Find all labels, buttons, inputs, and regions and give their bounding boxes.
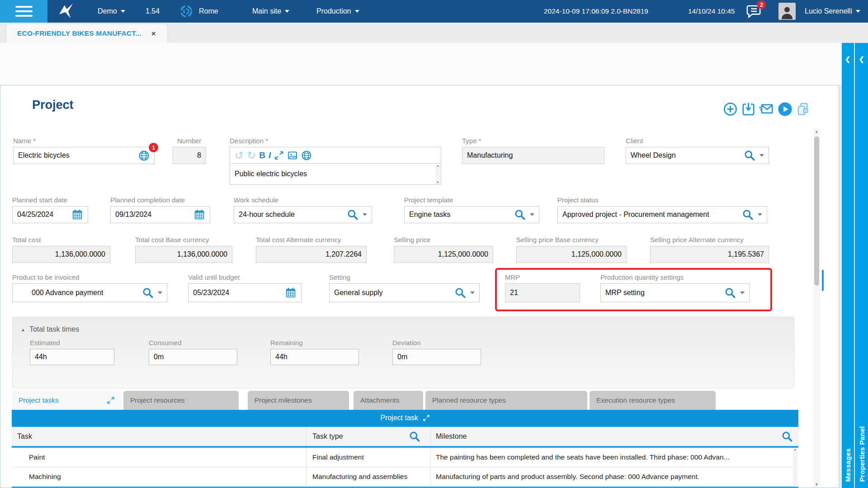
translations-globe-icon[interactable]	[138, 150, 150, 161]
chevron-down-icon[interactable]	[470, 291, 475, 294]
search-icon[interactable]	[781, 431, 793, 442]
editor-expand-icon[interactable]	[274, 150, 284, 160]
project-template-input[interactable]: Engine tasks	[404, 206, 539, 223]
properties-panel-tab[interactable]: ❮ Properties Panel	[855, 43, 868, 488]
total-task-times-toggle[interactable]: ▲ Total task times	[21, 325, 79, 333]
search-icon[interactable]	[742, 209, 754, 221]
tab-project-milestones[interactable]: Project milestones	[248, 391, 349, 410]
tab-planned-resource-types[interactable]: Planned resource types	[425, 391, 587, 410]
tab-project-tasks[interactable]: Project tasks	[12, 391, 122, 410]
document-tab[interactable]: ECO-FRIENDLY BIKES MANUFACT... ×	[6, 24, 167, 43]
italic-button[interactable]: I	[269, 150, 271, 160]
table-row[interactable]: Paint Final adjustment The painting has …	[12, 448, 798, 467]
app-logo-icon[interactable]	[57, 0, 75, 23]
column-header-task-type[interactable]: Task type	[306, 431, 430, 442]
chevron-down-icon[interactable]	[158, 291, 162, 294]
client-field: Client Wheel Design	[626, 137, 769, 164]
work-schedule-input[interactable]: 24-hour schedule	[234, 206, 372, 223]
search-icon[interactable]	[142, 287, 154, 299]
copy-button[interactable]	[796, 102, 811, 117]
planned-start-date-field: Planned start date 04/25/2024	[12, 196, 88, 223]
expand-icon[interactable]	[107, 396, 115, 404]
panel-resize-grip[interactable]	[822, 270, 824, 291]
chevron-down-icon[interactable]	[363, 213, 367, 216]
calendar-icon[interactable]	[285, 287, 297, 299]
translation-count-badge: 1	[149, 143, 158, 152]
chevron-down-icon[interactable]	[760, 154, 764, 157]
setting-label: Setting	[329, 273, 480, 282]
table-scrollbar[interactable]: ▲	[793, 448, 797, 488]
chevron-down-icon	[285, 10, 289, 13]
search-icon[interactable]	[724, 287, 736, 299]
add-record-button[interactable]	[723, 102, 738, 117]
project-status-input[interactable]: Approved project - Procurement managemen…	[557, 206, 767, 223]
project-template-field: Project template Engine tasks	[404, 196, 539, 223]
user-menu[interactable]: Lucio Serenelli	[805, 0, 860, 23]
calendar-icon[interactable]	[71, 209, 83, 221]
chevron-down-icon[interactable]	[740, 291, 745, 294]
search-icon[interactable]	[409, 431, 420, 442]
department-dropdown[interactable]: Production	[316, 0, 359, 23]
hamburger-menu-button[interactable]	[0, 0, 47, 23]
column-header-task[interactable]: Task	[12, 432, 306, 441]
tab-project-resources[interactable]: Project resources	[123, 391, 239, 410]
bold-button[interactable]: B	[259, 150, 265, 160]
estimated-input: 44h	[30, 349, 114, 365]
project-status-field: Project status Approved project - Procur…	[557, 196, 767, 223]
total-cost-alt-field: Total cost Alternate currency 1,207.2264	[256, 236, 367, 263]
selling-price-input: 1,125,000.0000	[394, 246, 493, 263]
messages-panel-tab[interactable]: ❮ Messages	[842, 43, 854, 488]
name-input[interactable]: Electric bicycles 1	[13, 147, 155, 164]
milestone-cell: The painting has been completed and the …	[430, 453, 798, 461]
setting-input[interactable]: General supply	[329, 283, 480, 302]
close-icon[interactable]: ×	[151, 30, 156, 38]
send-email-button[interactable]	[758, 102, 774, 117]
description-input[interactable]: Public electric bicycles ▲▼	[230, 163, 441, 185]
insert-image-icon[interactable]	[287, 150, 298, 161]
environment-dropdown[interactable]: Demo	[98, 0, 125, 23]
user-avatar[interactable]	[778, 0, 796, 23]
scroll-down-arrow[interactable]: ▼	[813, 482, 820, 487]
editor-globe-icon[interactable]	[301, 150, 312, 161]
column-header-milestone[interactable]: Milestone	[430, 431, 798, 442]
site-target-icon	[179, 0, 193, 23]
task-type-cell: Final adjustment	[306, 453, 430, 461]
editor-scrollbar[interactable]: ▲▼	[435, 164, 440, 184]
total-cost-input: 1,136,000.0000	[12, 246, 110, 263]
run-button[interactable]	[778, 102, 793, 117]
total-cost-base-field: Total cost Base currency 1,136,000.0000	[135, 236, 232, 263]
product-to-be-invoiced-input[interactable]: 000 Advance payment	[12, 283, 167, 302]
chevron-down-icon[interactable]	[758, 213, 762, 216]
planned-start-date-input[interactable]: 04/25/2024	[12, 206, 88, 223]
expand-icon[interactable]	[423, 414, 430, 422]
main-site-dropdown[interactable]: Main site	[252, 0, 289, 23]
scroll-up-arrow[interactable]: ▲	[813, 129, 820, 134]
tab-execution-resource-types[interactable]: Execution resource types	[590, 391, 716, 410]
table-row[interactable]: Machining Manufacturing and assemblies M…	[12, 467, 798, 487]
chevron-down-icon[interactable]	[530, 213, 534, 216]
editor-undo-button[interactable]: ↺	[235, 147, 244, 164]
planned-completion-date-input[interactable]: 09/13/2024	[110, 206, 210, 223]
tab-attachments[interactable]: Attachments	[354, 391, 423, 410]
calendar-icon[interactable]	[193, 209, 205, 221]
project-task-subpanel-header[interactable]: Project task	[12, 410, 798, 426]
search-icon[interactable]	[514, 209, 526, 221]
vertical-scrollbar[interactable]: ▲ ▼	[813, 128, 820, 488]
valid-until-budget-field: Valid until budget 05/23/2024	[188, 273, 302, 302]
messages-button[interactable]: 2	[746, 0, 761, 23]
search-icon[interactable]	[347, 209, 359, 221]
search-icon[interactable]	[454, 287, 466, 299]
total-cost-base-input: 1,136,000.0000	[135, 246, 232, 263]
total-cost-alt-input: 1,207.2264	[256, 246, 367, 263]
divider	[430, 448, 431, 467]
search-icon[interactable]	[744, 150, 755, 161]
client-input[interactable]: Wheel Design	[626, 147, 769, 164]
production-quantity-settings-input[interactable]: MRP setting	[600, 283, 750, 302]
valid-until-budget-input[interactable]: 05/23/2024	[188, 283, 302, 302]
deviation-field: Deviation 0m	[392, 339, 481, 365]
scrollbar-thumb[interactable]	[814, 136, 819, 286]
milestone-cell: Manufacturing of parts and product assem…	[430, 473, 798, 481]
editor-redo-button[interactable]: ↻	[247, 147, 256, 164]
planned-completion-date-field: Planned completion date 09/13/2024	[110, 196, 210, 223]
import-button[interactable]	[741, 102, 756, 117]
